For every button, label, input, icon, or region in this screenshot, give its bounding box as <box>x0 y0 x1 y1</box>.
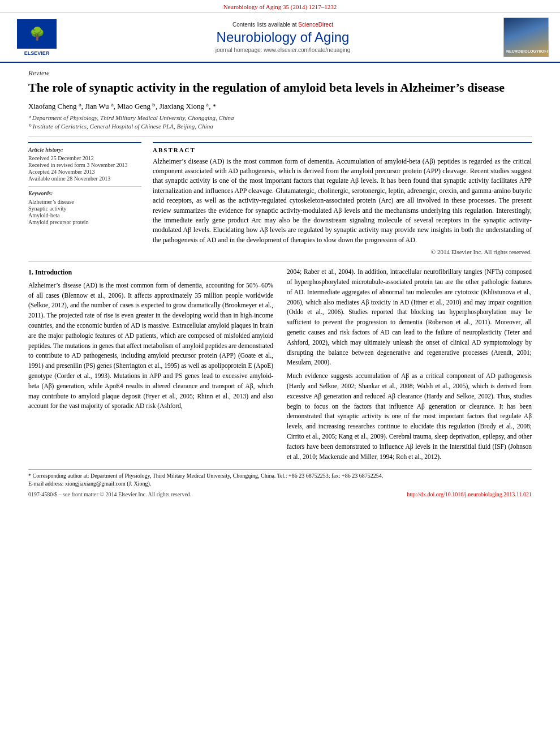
journal-title-header: Neurobiology of Aging <box>62 29 503 45</box>
received-date: Received 25 December 2012 <box>28 155 141 161</box>
keywords-section: Keywords: Alzheimer’s disease Synaptic a… <box>28 186 141 225</box>
abstract-section: ABSTRACT Alzheimer’s disease (AD) is the… <box>153 142 532 256</box>
keywords-label: Keywords: <box>28 190 141 196</box>
issn-line: 0197-4580/$ – see front matter © 2014 El… <box>28 491 191 497</box>
accepted-date: Accepted 24 November 2013 <box>28 169 141 175</box>
doi-line: http://dx.doi.org/10.1016/j.neurobiolagi… <box>407 491 532 497</box>
footnote-area: * Corresponding author at: Department of… <box>28 469 532 488</box>
journal-cover-image <box>503 18 549 57</box>
footer-bar: 0197-4580/$ – see front matter © 2014 El… <box>28 491 532 497</box>
elsevier-box-icon: 🌳 <box>17 19 57 49</box>
article-info-panel: Article history: Received 25 December 20… <box>28 142 141 256</box>
received-revised-date: Received in revised form 3 November 2013 <box>28 162 141 168</box>
article-title: The role of synaptic activity in the reg… <box>28 80 532 96</box>
intro-title: 1. Introduction <box>28 267 273 278</box>
contents-line: Contents lists available at ScienceDirec… <box>62 22 503 28</box>
affiliation-a: ᵃ Department of Physiology, Third Milita… <box>28 114 532 122</box>
article-columns: 1. Introduction Alzheimer’s disease (AD)… <box>28 261 532 465</box>
article-info-abstract: Article history: Received 25 December 20… <box>28 142 532 256</box>
article-history-label: Article history: <box>28 147 141 153</box>
intro-col2-p1: 2004; Raber et al., 2004). In addition, … <box>287 267 532 368</box>
abstract-text: Alzheimer’s disease (AD) is the most com… <box>153 157 532 246</box>
copyright-line: © 2014 Elsevier Inc. All rights reserved… <box>153 248 532 255</box>
tree-icon: 🌳 <box>29 28 45 40</box>
corresponding-author: * Corresponding author at: Department of… <box>28 472 532 480</box>
intro-col1-p1: Alzheimer’s disease (AD) is the most com… <box>28 281 273 412</box>
affiliation-b: ᵇ Institute of Geriatrics, General Hospi… <box>28 123 532 130</box>
abstract-title: ABSTRACT <box>153 147 532 153</box>
left-column: 1. Introduction Alzheimer’s disease (AD)… <box>28 267 273 465</box>
keyword-1: Alzheimer’s disease <box>28 199 141 205</box>
sciencedirect-link[interactable]: ScienceDirect <box>298 22 333 28</box>
elsevier-wordmark: ELSEVIER <box>24 50 50 56</box>
elsevier-logo: 🌳 ELSEVIER <box>11 19 62 56</box>
article-type: Review <box>28 68 532 78</box>
intro-col2-p2: Much evidence suggests accumulation of A… <box>287 371 532 462</box>
keyword-2: Synaptic activity <box>28 205 141 212</box>
journal-center: Contents lists available at ScienceDirec… <box>62 22 503 53</box>
main-content: Review The role of synaptic activity in … <box>0 63 560 503</box>
email-line: E-mail address: xiongjiaxiang@gmail.com … <box>28 480 532 488</box>
available-online-date: Available online 28 November 2013 <box>28 175 141 182</box>
header-divider <box>28 136 532 136</box>
journal-citation-text: Neurobiology of Aging 35 (2014) 1217–123… <box>223 3 337 10</box>
authors-line: Xiaofang Cheng ᵃ, Jian Wu ᵃ, Miao Geng ᵇ… <box>28 102 532 111</box>
keyword-4: Amyloid precursor protein <box>28 219 141 225</box>
journal-citation-bar: Neurobiology of Aging 35 (2014) 1217–123… <box>0 0 560 13</box>
keyword-3: Amyloid-beta <box>28 212 141 218</box>
journal-homepage: journal homepage: www.elsevier.com/locat… <box>62 47 503 53</box>
right-column: 2004; Raber et al., 2004). In addition, … <box>287 267 532 465</box>
journal-header: 🌳 ELSEVIER Contents lists available at S… <box>0 13 560 63</box>
